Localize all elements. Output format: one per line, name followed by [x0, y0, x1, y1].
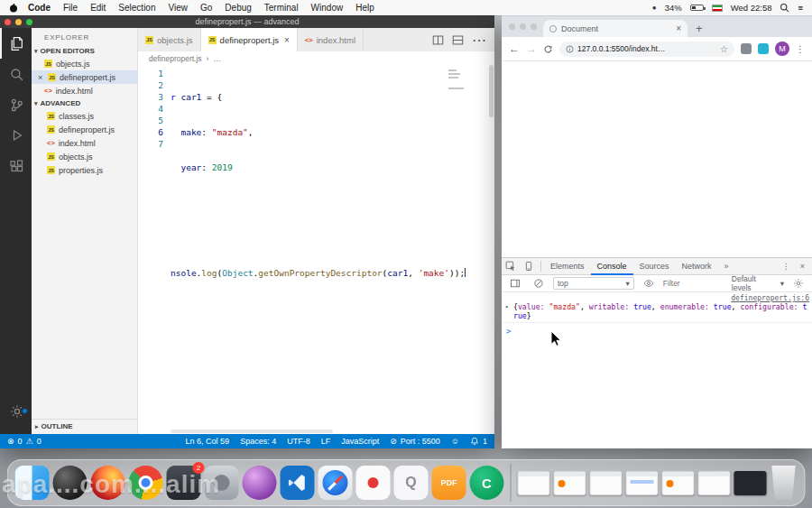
tab-index-html[interactable]: <> index.html [298, 28, 364, 51]
cursor-position[interactable]: Ln 6, Col 59 [186, 437, 230, 446]
folder-header-advanced[interactable]: ▾ ADVANCED [32, 97, 137, 109]
chrome-window-controls[interactable] [509, 23, 537, 30]
site-info-icon[interactable] [566, 45, 574, 53]
recording-indicator-icon[interactable]: ● [652, 4, 657, 12]
language-mode[interactable]: JavaScript [341, 437, 379, 446]
vscode-titlebar[interactable]: definepropert.js — advanced [0, 15, 494, 28]
menu-item-go[interactable]: Go [194, 3, 218, 13]
open-editors-header[interactable]: ▾ OPEN EDITORS [32, 45, 137, 57]
url-input[interactable] [577, 44, 716, 53]
reload-button[interactable] [543, 44, 553, 54]
close-icon[interactable]: × [38, 73, 44, 82]
notification-center-icon[interactable]: ≡ [798, 3, 803, 13]
dock-minimized-window[interactable] [554, 471, 586, 495]
file-index-html[interactable]: <> index.html [32, 136, 137, 150]
tab-definepropert-js[interactable]: JS definepropert.js × [201, 28, 298, 51]
indentation-setting[interactable]: Spaces: 4 [240, 437, 276, 446]
split-editor-icon[interactable] [432, 34, 444, 46]
dock-white-app-icon[interactable] [356, 466, 391, 500]
minimize-window-button[interactable] [520, 23, 526, 30]
devtools-close-icon[interactable]: × [797, 262, 808, 271]
dock-pdf-app-icon[interactable]: PDF [432, 466, 466, 500]
source-link[interactable]: definepropert.js:6 [731, 294, 809, 302]
menu-item-selection[interactable]: Selection [112, 3, 161, 13]
vertical-scrollbar[interactable] [489, 65, 494, 117]
open-editor-definepropert-js[interactable]: × JS definepropert.js [32, 70, 137, 84]
menu-item-terminal[interactable]: Terminal [258, 3, 305, 13]
dock-minimized-window[interactable] [518, 471, 550, 495]
browser-extension-icon-2[interactable] [758, 43, 769, 54]
dock-finder-icon[interactable] [15, 466, 50, 500]
outline-section[interactable]: ▸ OUTLINE [32, 419, 137, 434]
problems-indicator[interactable]: ⊗ 0 ⚠ 0 [7, 437, 42, 446]
console-filter-input[interactable] [663, 279, 726, 288]
horizontal-scrollbar[interactable] [171, 429, 333, 433]
battery-icon[interactable] [690, 5, 704, 11]
dock-minimized-window[interactable] [698, 471, 731, 495]
breadcrumb[interactable]: definepropert.js › … [138, 51, 494, 65]
code-editor[interactable]: 1 2 3 4 5 6 7 r car1 = { make: "mazda", … [138, 65, 494, 434]
dock-firefox-icon[interactable] [91, 466, 125, 500]
file-objects-js[interactable]: JS objects.js [32, 150, 137, 163]
devtools-tab-console[interactable]: Console [591, 258, 633, 275]
eye-icon[interactable] [640, 278, 658, 289]
address-bar[interactable]: ☆ [559, 42, 734, 57]
more-actions-icon[interactable]: ⋯ [472, 32, 486, 49]
console-log-entry[interactable]: ▸ definepropert.js:6 {value: "mazda", wr… [502, 292, 812, 323]
menu-item-debug[interactable]: Debug [218, 3, 257, 13]
debug-icon[interactable] [0, 120, 32, 151]
zoom-window-button[interactable] [531, 23, 537, 30]
browser-tab-document[interactable]: Document × [543, 20, 687, 37]
source-control-icon[interactable] [0, 89, 32, 120]
dock-dark-app-icon[interactable] [53, 466, 88, 500]
file-properties-js[interactable]: JS properties.js [32, 163, 137, 177]
feedback-smiley-icon[interactable]: ☺ [451, 437, 459, 446]
tab-objects-js[interactable]: JS objects.js [138, 28, 201, 51]
search-icon[interactable] [0, 59, 32, 89]
devtools-more-tabs[interactable]: » [718, 258, 735, 275]
menu-item-view[interactable]: View [162, 3, 195, 13]
file-classes-js[interactable]: JS classes.js [32, 109, 137, 123]
inspect-element-icon[interactable] [502, 261, 520, 272]
browser-extension-icon-1[interactable] [741, 43, 752, 54]
menu-item-window[interactable]: Window [305, 3, 350, 13]
minimap[interactable] [448, 68, 464, 91]
dock-chrome-icon[interactable] [129, 466, 163, 500]
menu-item-help[interactable]: Help [349, 3, 381, 13]
editor-layout-icon[interactable] [452, 34, 464, 46]
devtools-tab-elements[interactable]: Elements [544, 258, 591, 275]
menu-app-name[interactable]: Code [22, 3, 57, 13]
dock-badged-app-icon[interactable]: 2 [167, 466, 201, 500]
dock-camera-app-icon[interactable] [205, 466, 239, 500]
console-prompt[interactable]: > [502, 323, 812, 336]
extensions-icon[interactable] [0, 151, 32, 181]
close-tab-icon[interactable]: × [284, 35, 290, 45]
bookmark-star-icon[interactable]: ☆ [720, 44, 728, 54]
clear-console-icon[interactable] [530, 278, 548, 289]
new-tab-button[interactable]: + [696, 23, 703, 34]
devtools-settings-gear-icon[interactable] [789, 278, 807, 289]
file-definepropert-js[interactable]: JS definepropert.js [32, 123, 137, 136]
dock-minimized-window[interactable] [626, 471, 659, 495]
dock-terminal-window[interactable] [734, 471, 767, 495]
dock-minimized-window[interactable] [662, 471, 695, 495]
dock-safari-icon[interactable] [318, 466, 353, 500]
log-levels-select[interactable]: Default levels ▾ [732, 274, 784, 292]
encoding-setting[interactable]: UTF-8 [287, 437, 310, 446]
open-editor-index-html[interactable]: <> index.html [32, 84, 137, 97]
dock-vscode-icon[interactable] [281, 466, 315, 500]
menu-item-file[interactable]: File [57, 3, 84, 13]
notifications-bell[interactable]: 1 [470, 437, 487, 446]
console-context-select[interactable]: top ▾ [553, 277, 634, 290]
console-output[interactable]: ▸ definepropert.js:6 {value: "mazda", wr… [502, 292, 812, 448]
spotlight-icon[interactable] [780, 3, 789, 13]
dock-camtasia-icon[interactable]: C [470, 466, 504, 500]
dock-quicktime-icon[interactable]: Q [394, 466, 429, 500]
profile-avatar[interactable]: M [775, 42, 789, 56]
browser-menu-icon[interactable]: ⋮ [796, 44, 805, 54]
explorer-icon[interactable] [0, 28, 32, 59]
expand-arrow-icon[interactable]: ▸ [505, 303, 509, 310]
eol-setting[interactable]: LF [321, 437, 331, 446]
console-sidebar-icon[interactable] [506, 278, 524, 289]
dock-trash-icon[interactable] [770, 466, 798, 500]
